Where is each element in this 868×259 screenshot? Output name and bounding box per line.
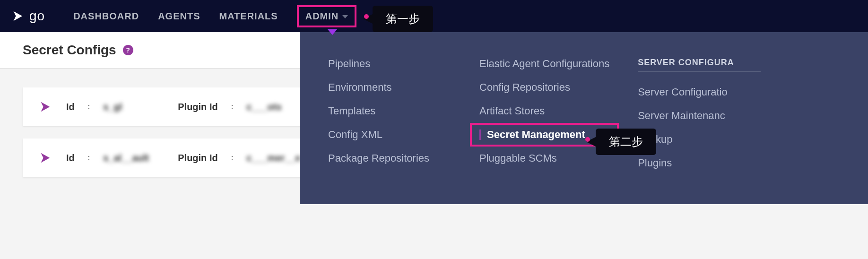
id-value: s_gl <box>103 102 165 112</box>
admin-dropdown-panel: Pipelines Environments Templates Config … <box>300 32 868 204</box>
id-label: Id <box>66 153 75 164</box>
nav-admin[interactable]: ADMIN <box>297 5 357 27</box>
dropdown-col-2: Elastic Agent Configurations Config Repo… <box>479 58 609 185</box>
colon: : <box>88 103 90 111</box>
colon: : <box>88 154 90 162</box>
dropdown-plugins[interactable]: Plugins <box>638 157 761 169</box>
active-indicator-bar <box>479 130 481 140</box>
chevron-down-icon <box>342 15 348 18</box>
nav-materials[interactable]: MATERIALS <box>219 11 278 22</box>
dropdown-heading-server: SERVER CONFIGURA <box>638 58 761 72</box>
callout-step-1: 第一步 <box>373 6 433 32</box>
go-logo-icon <box>9 8 26 24</box>
page-title: Secret Configs <box>23 43 116 58</box>
plugin-id-value: c___ots <box>246 102 308 112</box>
secret-config-icon <box>37 99 53 115</box>
callout-dot-2 <box>585 137 590 142</box>
nav-items: DASHBOARD AGENTS MATERIALS ADMIN <box>73 5 356 27</box>
dropdown-pluggable-scms[interactable]: Pluggable SCMs <box>479 152 609 164</box>
dropdown-col-3: SERVER CONFIGURA Server Configuratio Ser… <box>638 58 761 185</box>
dropdown-server-maintenance[interactable]: Server Maintenanc <box>638 110 761 122</box>
admin-active-indicator <box>328 29 337 35</box>
id-label: Id <box>66 102 75 112</box>
dropdown-templates[interactable]: Templates <box>328 105 451 117</box>
colon: : <box>231 154 233 162</box>
plugin-id-label: Plugin Id <box>178 102 217 112</box>
dropdown-artifact-stores[interactable]: Artifact Stores <box>479 105 609 117</box>
logo[interactable]: go <box>9 8 45 24</box>
nav-admin-label: ADMIN <box>305 11 339 22</box>
nav-agents[interactable]: AGENTS <box>158 11 200 22</box>
top-nav: go DASHBOARD AGENTS MATERIALS ADMIN <box>0 0 868 32</box>
plugin-id-label: Plugin Id <box>178 153 217 164</box>
dropdown-config-repos[interactable]: Config Repositories <box>479 81 609 94</box>
dropdown-package-repos[interactable]: Package Repositories <box>328 152 451 164</box>
nav-dashboard[interactable]: DASHBOARD <box>73 11 139 22</box>
callout-step-2: 第二步 <box>596 129 656 155</box>
dropdown-elastic-agent[interactable]: Elastic Agent Configurations <box>479 58 609 70</box>
dropdown-pipelines[interactable]: Pipelines <box>328 58 451 70</box>
secret-config-icon <box>37 150 53 166</box>
dropdown-backup[interactable]: Backup <box>638 133 761 146</box>
plugin-id-value: c___mer__e <box>246 153 308 164</box>
help-icon[interactable]: ? <box>123 45 133 55</box>
colon: : <box>231 103 233 111</box>
dropdown-config-xml[interactable]: Config XML <box>328 129 451 141</box>
dropdown-secret-management-label: Secret Management <box>487 129 585 141</box>
dropdown-environments[interactable]: Environments <box>328 81 451 94</box>
callout-dot-1 <box>364 14 369 19</box>
id-value: s_al__ault <box>103 153 165 164</box>
dropdown-col-1: Pipelines Environments Templates Config … <box>328 58 451 185</box>
dropdown-server-config[interactable]: Server Configuratio <box>638 86 761 98</box>
logo-text: go <box>29 9 45 24</box>
